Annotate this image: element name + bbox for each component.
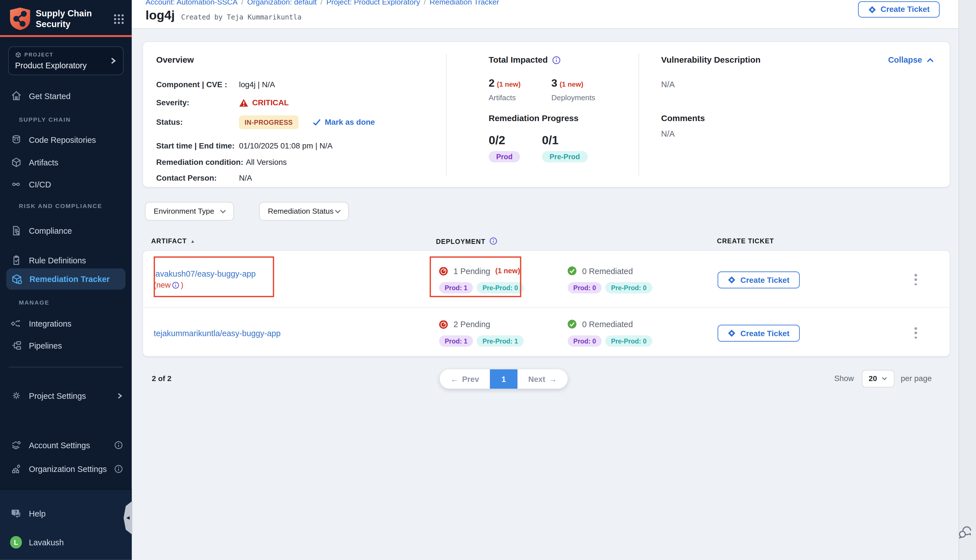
project-selector[interactable]: PROJECT Product Exploratory [8,46,124,75]
card-divider [446,53,447,175]
shield-logo-icon [9,7,31,30]
sidebar-item-integrations[interactable]: Integrations [0,315,132,332]
vulnerability-description-title: Vulnerability Description [661,55,761,64]
arrow-right-icon: → [549,375,557,383]
impacted-deployments: 3 (1 new) Deployments [551,77,595,102]
sidebar-item-pipelines[interactable]: Pipelines [0,337,132,354]
prod-badge: Prod [489,151,520,162]
remediated-check-icon [567,319,577,329]
comments-value: N/A [661,129,675,138]
sort-asc-icon[interactable]: ▲ [191,238,195,243]
breadcrumb-project[interactable]: Project: Product Exploratory [326,0,420,6]
diamond-icon [868,5,876,13]
module-grid-icon[interactable] [113,13,124,24]
box-icon [10,157,22,168]
status-row: Status: IN-PROGRESS Mark as done [156,115,375,129]
sidebar-item-account-settings[interactable]: Account Settings [0,437,132,453]
prev-page-button[interactable]: ← Prev [440,369,490,389]
column-header-artifact[interactable]: ARTIFACT ▲ [151,237,195,245]
sidebar-item-cicd[interactable]: CI/CD [0,176,132,192]
row-menu-kebab-icon[interactable] [911,274,920,285]
annotation-box-artifact [153,256,274,297]
remediation-status-filter[interactable]: Remediation Status [259,202,349,221]
remediated-status: 0 Remediated [567,319,633,329]
time-value: 01/10/2025 01:08 pm | N/A [239,142,332,150]
row-menu-kebab-icon[interactable] [911,327,920,338]
warning-triangle-icon [239,98,248,107]
per-page-label: per page [901,374,932,383]
collapse-toggle[interactable]: Collapse [888,55,934,64]
sidebar-bottom-panel: ? Help L Lavakush [0,489,132,560]
create-ticket-button-row[interactable]: Create Ticket [717,272,800,288]
component-value: log4j | N/A [239,80,275,89]
info-icon[interactable] [489,237,497,245]
table-row: tejakummarikuntla/easy-buggy-app 2 Pendi… [143,308,949,357]
component-row: Component | CVE : log4j | N/A [156,80,275,89]
support-chat-icon[interactable] [958,525,972,539]
column-header-deployment: DEPLOYMENT [436,237,497,245]
sidebar-section-risk-compliance: RISK AND COMPLIANCE [19,202,102,209]
info-icon [114,465,123,473]
info-icon[interactable] [552,56,561,64]
time-row: Start time | End time: 01/10/2025 01:08 … [156,142,333,150]
overview-title: Overview [156,55,194,64]
user-menu[interactable]: L Lavakush [0,534,132,550]
project-label: PROJECT [25,52,53,58]
pagination-summary: 2 of 2 [152,374,172,383]
sidebar-item-get-started[interactable]: Get Started [0,88,132,104]
breadcrumb-current[interactable]: Remediation Tracker [430,0,499,6]
contact-row: Contact Person: N/A [156,173,252,182]
sidebar-item-organization-settings[interactable]: Organization Settings [0,461,132,477]
cube-icon [15,52,21,58]
content-area: Overview Component | CVE : log4j | N/A S… [132,29,961,560]
created-by: Created by Teja Kummarikuntla [181,13,302,22]
sidebar-item-artifacts[interactable]: Artifacts [0,154,132,170]
description-value: N/A [661,80,675,89]
environment-type-filter[interactable]: Environment Type [145,202,234,221]
artifact-link[interactable]: tejakummarikuntla/easy-buggy-app [153,328,280,338]
annotation-box-deployment [430,256,521,297]
svg-text:?: ? [14,510,17,515]
gear-icon [10,390,22,402]
clipboard-check-icon [10,255,22,266]
remediation-table: lavakush07/easy-buggy-app (new ) [142,250,950,357]
remediation-progress-title: Remediation Progress [489,113,578,123]
impacted-artifacts: 2 (1 new) Artifacts [489,77,521,102]
total-impacted-title: Total Impacted [489,55,561,64]
sidebar-item-project-settings[interactable]: Project Settings [0,388,132,404]
remediated-status: 0 Remediated [567,266,633,276]
page-size-select[interactable]: 20 [862,370,894,387]
sidebar-section-manage: MANAGE [19,299,49,306]
breadcrumb-organization[interactable]: Organization: default [247,0,317,6]
app-title: Supply ChainSecurity [36,8,113,30]
sidebar-item-rule-definitions[interactable]: Rule Definitions [0,252,132,268]
avatar: L [10,536,22,548]
sidebar-item-remediation-tracker[interactable]: Remediation Tracker [6,268,125,290]
sidebar-item-help[interactable]: ? Help [0,505,132,522]
next-page-button[interactable]: Next → [517,369,568,389]
code-repo-icon [10,134,22,145]
project-name: Product Exploratory [15,61,117,70]
contact-value: N/A [239,173,252,182]
breadcrumb-account[interactable]: Account: Automation-SSCA [145,0,237,6]
chevron-down-icon [881,377,888,380]
diamond-icon [728,276,736,284]
show-label: Show [834,374,854,383]
create-ticket-button-top[interactable]: Create Ticket [858,1,939,18]
create-ticket-button-row[interactable]: Create Ticket [717,325,800,342]
page-title: log4j [145,8,175,23]
layers-gear-icon [10,440,22,451]
app-logo: Supply ChainSecurity [9,7,124,30]
severity-row: Severity: CRITICAL [156,98,289,107]
scroll-gutter [958,0,976,560]
current-page-button[interactable]: 1 [490,369,518,389]
user-name: Lavakush [29,538,64,547]
pending-env-badges: Prod: 1 Pre-Prod: 1 [439,335,524,347]
mark-as-done-link[interactable]: Mark as done [312,118,375,127]
sidebar-divider [9,367,123,367]
arrow-left-icon: ← [450,375,458,383]
sidebar-item-compliance[interactable]: Compliance [0,222,132,239]
sidebar-item-code-repositories[interactable]: Code Repositories [0,132,132,148]
diamond-icon [728,329,736,337]
condition-row: Remediation condition: All Versions [156,158,287,167]
